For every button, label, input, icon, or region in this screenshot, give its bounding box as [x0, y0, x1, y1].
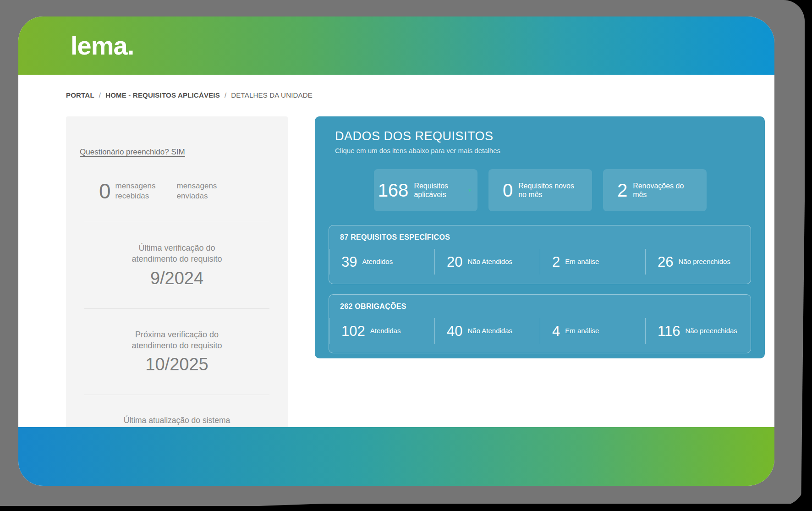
- status-stat-item[interactable]: 39 Atendidos: [329, 249, 434, 275]
- requirements-data-panel: DADOS DOS REQUISITOS Clique em um dos it…: [315, 116, 765, 358]
- breadcrumb-item[interactable]: HOME - REQUISITOS APLICÁVEIS /: [105, 91, 226, 99]
- obligations-title: 262 OBRIGAÇÕES: [329, 302, 751, 311]
- divider: [84, 308, 269, 309]
- summary-card-label: Requisitos aplicáveis: [414, 181, 473, 199]
- messages-sent: mensagens enviadas: [176, 181, 217, 202]
- app-content: PORTAL / HOME - REQUISITOS APLICÁVEIS / …: [18, 75, 774, 427]
- specific-requirements-section: 87 REQUISITOS ESPECÍFICOS 39 Atendidos: [329, 225, 751, 284]
- stat-label: Atendidos: [362, 258, 393, 265]
- messages-received-label: mensagens recebidas: [115, 181, 156, 201]
- summary-card-value: 2: [617, 181, 627, 199]
- last-verification-label: Última verificação do atendimento do req…: [79, 242, 275, 265]
- requirements-panel-subtitle: Clique em um dos itens abaixo para ver m…: [335, 147, 751, 154]
- main-columns: Questionário preenchido? SIM 0 mensagens…: [66, 116, 774, 477]
- last-verification-value: 9/2024: [79, 269, 275, 288]
- status-stat-item[interactable]: 116 Não preenchidas: [645, 318, 751, 344]
- stat-value: 39: [341, 255, 357, 269]
- divider: [84, 222, 269, 222]
- stat-value: 2: [552, 255, 560, 269]
- obligations-section: 262 OBRIGAÇÕES 102 Atendidas 40: [329, 294, 751, 353]
- status-stat-item[interactable]: 102 Atendidas: [329, 318, 434, 344]
- next-verification-block: Próxima verificação do atendimento do re…: [79, 329, 275, 375]
- stat-label: Em análise: [565, 327, 599, 335]
- lema-logo: lema.: [71, 31, 134, 60]
- breadcrumb-item[interactable]: DETALHES DA UNIDADE /: [231, 91, 313, 99]
- app-window: lema. PORTAL / HOME - REQUISITOS APLICÁV…: [18, 16, 774, 486]
- stat-label: Não preenchidos: [678, 258, 730, 265]
- stat-label: Não Atendidos: [467, 258, 512, 265]
- breadcrumb-item[interactable]: PORTAL /: [66, 91, 101, 99]
- summary-card[interactable]: 2 Renovações do mês: [603, 169, 707, 211]
- breadcrumb-separator: /: [225, 91, 226, 99]
- summary-card-value: 168: [378, 181, 409, 199]
- stat-value: 40: [447, 324, 462, 338]
- status-stat-item[interactable]: 26 Não preenchidos: [645, 249, 751, 275]
- breadcrumb-label[interactable]: PORTAL: [66, 91, 94, 99]
- stat-label: Não Atendidas: [467, 327, 512, 335]
- unit-summary-panel: Questionário preenchido? SIM 0 mensagens…: [66, 116, 288, 477]
- app-footer: [18, 427, 774, 486]
- last-verification-block: Última verificação do atendimento do req…: [79, 242, 275, 288]
- chevron-down-icon: ▾: [468, 187, 471, 193]
- messages-received: 0 mensagens recebidas: [99, 181, 155, 202]
- stat-value: 4: [552, 324, 560, 338]
- obligations-items: 102 Atendidas 40 Não Atendidas: [329, 318, 751, 344]
- next-verification-label: Próxima verificação do atendimento do re…: [79, 329, 275, 352]
- stat-label: Em análise: [565, 258, 599, 265]
- messages-sent-label: mensagens enviadas: [176, 181, 217, 201]
- specific-requirements-items: 39 Atendidos 20 Não Atendidos: [329, 249, 751, 275]
- stat-value: 116: [658, 324, 680, 338]
- stat-value: 26: [658, 255, 673, 269]
- next-verification-value: 10/2025: [79, 355, 275, 374]
- summary-card-label: Renovações do mês: [633, 181, 692, 199]
- breadcrumb: PORTAL / HOME - REQUISITOS APLICÁVEIS / …: [66, 91, 774, 99]
- stat-label: Não preenchidas: [685, 327, 737, 335]
- summary-cards-row: 168 Requisitos aplicáveis ▾ 0 Requisitos…: [374, 169, 751, 211]
- stat-value: 20: [447, 255, 462, 269]
- status-stat-item[interactable]: 20 Não Atendidos: [434, 249, 540, 275]
- status-stat-item[interactable]: 40 Não Atendidas: [434, 318, 540, 344]
- status-stat-item[interactable]: 4 Em análise: [540, 318, 645, 344]
- requirements-panel-title: DADOS DOS REQUISITOS: [335, 129, 751, 143]
- app-header: lema.: [18, 16, 774, 75]
- specific-requirements-title: 87 REQUISITOS ESPECÍFICOS: [329, 233, 751, 242]
- stat-label: Atendidas: [370, 327, 401, 335]
- breadcrumb-separator: /: [99, 91, 101, 99]
- last-system-update-label: Última atualização do sistema: [79, 415, 275, 426]
- breadcrumb-label[interactable]: HOME - REQUISITOS APLICÁVEIS: [105, 91, 220, 99]
- summary-card-label: Requisitos novos no mês: [518, 181, 578, 199]
- summary-card[interactable]: 0 Requisitos novos no mês: [488, 169, 592, 211]
- summary-card[interactable]: 168 Requisitos aplicáveis ▾: [374, 169, 477, 211]
- desktop-background: lema. PORTAL / HOME - REQUISITOS APLICÁV…: [0, 0, 805, 506]
- divider: [84, 395, 269, 395]
- breadcrumb-label[interactable]: DETALHES DA UNIDADE: [231, 91, 313, 99]
- status-stat-item[interactable]: 2 Em análise: [540, 249, 645, 275]
- summary-card-value: 0: [503, 181, 513, 199]
- questionnaire-status-link[interactable]: Questionário preenchido? SIM: [80, 148, 185, 157]
- messages-row: 0 mensagens recebidas mensagens enviadas: [99, 181, 275, 202]
- stat-value: 102: [341, 324, 365, 338]
- messages-received-count: 0: [99, 181, 111, 202]
